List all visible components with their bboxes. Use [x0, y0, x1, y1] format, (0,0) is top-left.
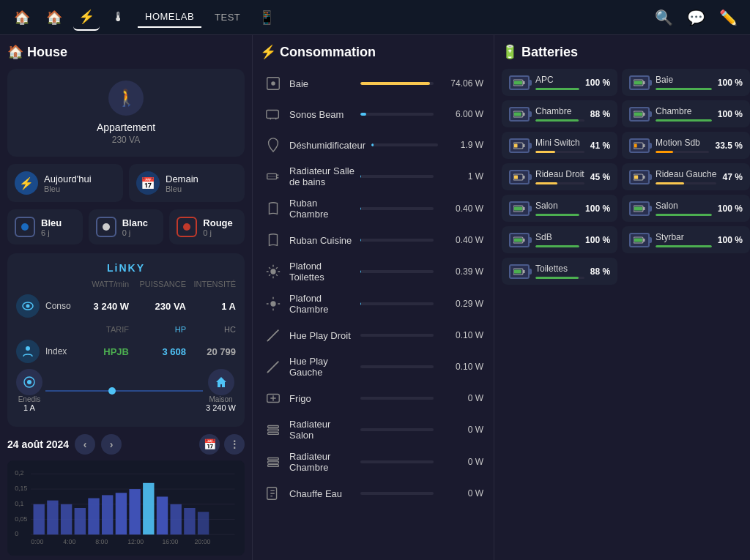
- conso-item[interactable]: Sonos Beam 6.00 W: [260, 100, 486, 129]
- battery-pct: 100 %: [718, 78, 743, 88]
- svg-rect-61: [634, 81, 642, 84]
- battery-item[interactable]: Mini Switch 41 %: [502, 132, 617, 159]
- conso-icon: [263, 73, 283, 94]
- battery-item[interactable]: Chambre 100 %: [622, 100, 750, 127]
- hc-val: 20 799: [192, 346, 236, 357]
- conso-icon: [263, 230, 283, 250]
- battery-name: Salon: [656, 201, 712, 211]
- battery-item[interactable]: Chambre 88 %: [502, 100, 617, 127]
- conso-item[interactable]: Radiateur Salle de bains 1 W: [260, 161, 486, 192]
- battery-item[interactable]: Rideau Droit 45 %: [502, 163, 617, 190]
- temp-icon[interactable]: 🌡: [105, 4, 132, 31]
- linky-card: LiNKY WATT/min PUISSANCE INTENSITÉ Conso…: [7, 253, 245, 427]
- battery-info: Toilettes: [535, 264, 584, 279]
- conso-item[interactable]: Ruban Cuisine 0.40 W: [260, 225, 486, 255]
- battery-bar-row: [535, 277, 584, 279]
- tariff-rouge[interactable]: Rouge 0 j: [169, 209, 245, 244]
- conso-item[interactable]: Ruban Chambre 0.40 W: [260, 193, 486, 224]
- date-next-btn[interactable]: ›: [101, 434, 122, 455]
- conso-bar-wrap: [360, 302, 434, 305]
- conso-item[interactable]: Hue Play Gauche 0.10 W: [260, 351, 486, 382]
- battery-icon: [509, 233, 530, 247]
- conso-item[interactable]: Chauffe Eau 0 W: [260, 479, 486, 508]
- battery-info: Styrbar: [656, 232, 712, 247]
- battery-name: SdB: [535, 232, 579, 242]
- svg-point-1: [103, 223, 110, 231]
- edit-icon[interactable]: ✏️: [715, 4, 741, 31]
- svg-text:8:00: 8:00: [95, 538, 108, 545]
- battery-bar-row: [656, 151, 709, 153]
- battery-bar-row: [656, 182, 716, 184]
- battery-bar: [535, 277, 579, 279]
- home-icon[interactable]: 🏠: [9, 4, 35, 31]
- battery-item[interactable]: Motion Sdb 33.5 %: [622, 132, 750, 159]
- intensite-header: INTENSITÉ: [192, 280, 236, 288]
- conso-bar-wrap: [360, 207, 434, 210]
- battery-item[interactable]: Salon 100 %: [502, 195, 617, 222]
- homelab-tab[interactable]: HOMELAB: [138, 7, 201, 28]
- conso-value: 0 W: [439, 488, 483, 499]
- battery-name: Rideau Droit: [535, 169, 584, 179]
- battery-item[interactable]: APC 100 %: [502, 69, 617, 96]
- tariff-bleu[interactable]: Bleu 6 j: [7, 209, 83, 244]
- battery-bar-row: [535, 245, 579, 247]
- battery-item[interactable]: Styrbar 100 %: [622, 226, 750, 253]
- svg-rect-63: [523, 113, 525, 116]
- puissance-header: PUISSANCE: [135, 280, 186, 288]
- chat-icon[interactable]: 💬: [683, 4, 709, 31]
- conso-item[interactable]: Hue Play Droit 0.10 W: [260, 321, 486, 350]
- hc-header: HC: [192, 325, 236, 334]
- conso-icon: [263, 261, 283, 282]
- bolt-icon[interactable]: ⚡: [73, 4, 100, 31]
- svg-rect-54: [268, 465, 279, 467]
- today-btn[interactable]: ⚡ Aujourd'hui Bleu: [7, 164, 123, 202]
- conso-item[interactable]: Radiateur Chambre 0 W: [260, 447, 486, 477]
- conso-item[interactable]: Frigo 0 W: [260, 384, 486, 413]
- conso-icon: [263, 483, 283, 504]
- bleu-label: Bleu: [41, 217, 62, 228]
- conso-item-name: Frigo: [289, 393, 354, 404]
- appartement-panel[interactable]: 🚶 Appartement 230 VA: [7, 69, 245, 157]
- svg-rect-50: [268, 429, 279, 431]
- conso-item-name: Hue Play Droit: [289, 330, 354, 341]
- battery-item[interactable]: Baie 100 %: [622, 69, 750, 96]
- tomorrow-label: Demain: [166, 173, 198, 184]
- tomorrow-btn[interactable]: 📅 Demain Bleu: [129, 164, 245, 202]
- conso-icon: [263, 166, 283, 187]
- svg-point-7: [27, 380, 31, 384]
- house2-icon[interactable]: 🏠: [41, 4, 67, 31]
- test-tab[interactable]: TEST: [207, 7, 248, 27]
- battery-bar: [656, 119, 712, 122]
- battery-item[interactable]: Toilettes 88 %: [502, 258, 617, 285]
- battery-icon: [629, 75, 650, 90]
- conso-bar: [371, 143, 374, 146]
- date-prev-btn[interactable]: ‹: [75, 434, 95, 455]
- more-icon[interactable]: ⋮: [224, 434, 245, 455]
- battery-item[interactable]: SdB 100 %: [502, 226, 617, 253]
- conso-item[interactable]: Plafond Toilettes 0.39 W: [260, 256, 486, 287]
- battery-item[interactable]: Salon 100 %: [622, 195, 750, 222]
- conso-value: 0.40 W: [439, 204, 483, 214]
- battery-icon: [629, 138, 650, 153]
- phone-icon[interactable]: 📱: [253, 4, 280, 31]
- svg-rect-78: [643, 176, 645, 179]
- battery-item[interactable]: Rideau Gauche 47 %: [622, 163, 750, 190]
- search-icon[interactable]: 🔍: [650, 4, 677, 31]
- calendar-icon[interactable]: 📅: [199, 434, 220, 455]
- conso-item[interactable]: Déshumidificateur 1.9 W: [260, 130, 486, 160]
- tariff-blanc[interactable]: Blanc 0 j: [89, 209, 164, 244]
- conso-row: Conso 3 240 W 230 VA 1 A: [16, 294, 236, 318]
- conso-bar-wrap: [360, 334, 434, 337]
- conso-item[interactable]: Radiateur Salon 0 W: [260, 414, 486, 445]
- svg-rect-81: [523, 207, 525, 210]
- conso-bar: [360, 175, 361, 178]
- tomorrow-sub: Bleu: [166, 184, 198, 193]
- svg-rect-29: [184, 508, 195, 534]
- conso-item[interactable]: Plafond Chambre 0.29 W: [260, 288, 486, 319]
- conso-bar-wrap: [360, 82, 434, 85]
- energy-chart: 0,2 0,15 0,1 0,05 0: [7, 460, 245, 556]
- conso-item[interactable]: Baie 74.06 W: [260, 69, 486, 98]
- svg-rect-90: [643, 239, 645, 242]
- svg-rect-79: [634, 175, 638, 179]
- svg-rect-60: [643, 81, 645, 84]
